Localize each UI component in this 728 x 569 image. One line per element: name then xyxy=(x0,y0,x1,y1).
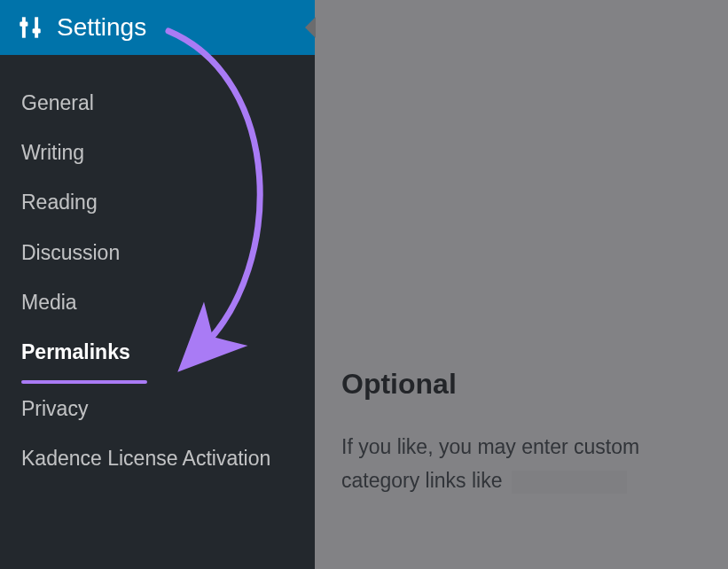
sidebar-item-label: Discussion xyxy=(21,241,120,264)
svg-rect-2 xyxy=(35,17,38,37)
sidebar-item-general[interactable]: General xyxy=(0,78,315,128)
settings-menu-title: Settings xyxy=(57,13,146,42)
sidebar-item-label: Permalinks xyxy=(21,340,130,363)
sidebar-item-privacy[interactable]: Privacy xyxy=(0,384,315,433)
sidebar-item-label: Kadence License Activation xyxy=(21,447,270,470)
svg-rect-1 xyxy=(20,22,27,27)
sidebar-item-writing[interactable]: Writing xyxy=(0,128,315,177)
sidebar-item-discussion[interactable]: Discussion xyxy=(0,228,315,277)
sidebar-item-label: General xyxy=(21,91,94,114)
active-menu-pointer-icon xyxy=(305,17,316,38)
sliders-icon xyxy=(18,15,43,40)
sidebar-item-reading[interactable]: Reading xyxy=(0,177,315,227)
svg-rect-3 xyxy=(33,28,41,33)
sidebar-item-kadence-license[interactable]: Kadence License Activation xyxy=(0,433,315,483)
sidebar-item-permalinks[interactable]: Permalinks xyxy=(0,327,315,377)
admin-sidebar: Settings General Writing Reading Discuss… xyxy=(0,0,315,569)
sidebar-item-label: Media xyxy=(21,291,77,314)
sidebar-items-list: General Writing Reading Discussion Media… xyxy=(0,55,315,484)
settings-menu-header[interactable]: Settings xyxy=(0,0,315,55)
sidebar-item-label: Writing xyxy=(21,141,84,164)
content-area: Optional If you like, you may enter cust… xyxy=(315,0,728,569)
sidebar-item-label: Reading xyxy=(21,191,98,214)
content-dim-overlay xyxy=(315,0,728,569)
sidebar-item-media[interactable]: Media xyxy=(0,277,315,327)
sidebar-item-label: Privacy xyxy=(21,397,88,420)
svg-rect-0 xyxy=(22,17,26,37)
